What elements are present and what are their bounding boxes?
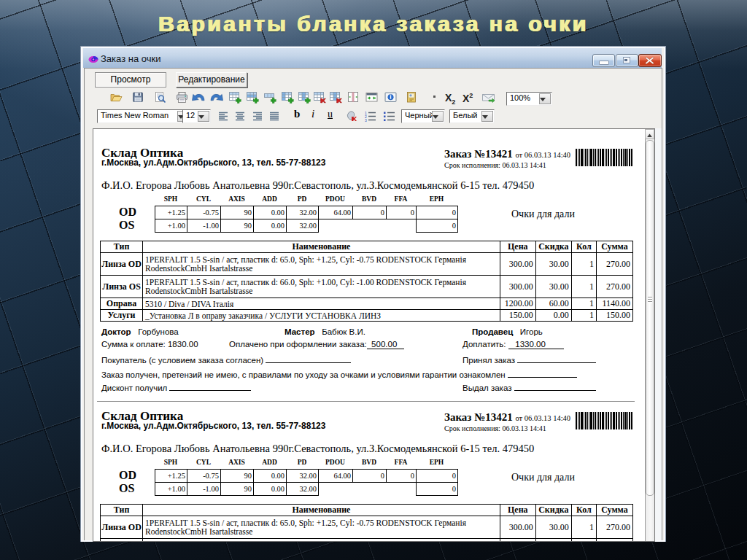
svg-text:3: 3 (365, 118, 367, 122)
